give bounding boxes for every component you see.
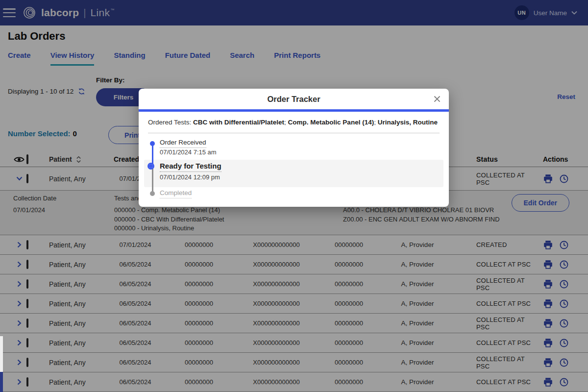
ordered-test: CBC with Differential/Platelet (193, 119, 284, 126)
ordered-tests-line: Ordered Tests: CBC with Differential/Pla… (148, 118, 440, 127)
stage-dot-current (147, 163, 154, 170)
stage-label-order-received[interactable]: Order Received (160, 139, 206, 148)
order-status-timeline: Order Received 07/01/2024 7:15 am Ready … (148, 138, 440, 204)
modal-accent-bar (139, 109, 449, 112)
modal-title: Order Tracker (139, 89, 449, 109)
ordered-test: Comp. Metabolic Panel (14) (288, 119, 374, 126)
left-edge-strip-white (0, 336, 3, 372)
modal-divider (148, 133, 440, 133)
order-tracker-modal: Order Tracker Ordered Tests: CBC with Di… (139, 89, 449, 207)
stage-label-completed[interactable]: Completed (160, 189, 192, 198)
ordered-tests-label: Ordered Tests: (148, 119, 191, 126)
stage-dot-pending (150, 191, 155, 196)
stage-label-ready-for-testing[interactable]: Ready for Testing (160, 162, 221, 172)
stage-timestamp: 07/01/2024 12:09 pm (160, 173, 220, 181)
timeline-connector-pending (152, 168, 153, 194)
close-icon[interactable] (433, 95, 441, 103)
left-edge-strip-blue (0, 372, 3, 392)
stage-timestamp: 07/01/2024 7:15 am (160, 148, 217, 156)
stage-dot-done (150, 141, 155, 146)
ordered-test: Urinalysis, Routine (378, 119, 438, 126)
